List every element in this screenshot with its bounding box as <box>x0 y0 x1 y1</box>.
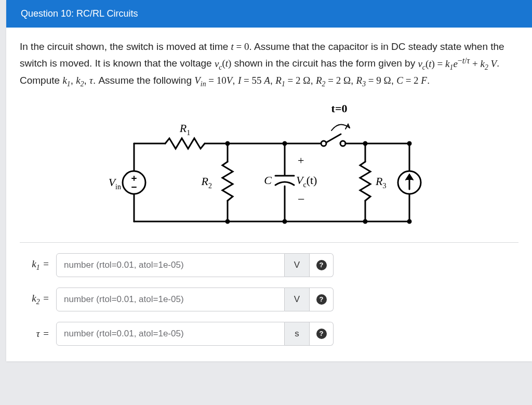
svg-point-25 <box>408 142 411 145</box>
question-header: Question 10: RC/RL Circuits <box>6 0 532 28</box>
svg-text:C: C <box>264 174 272 187</box>
svg-text:t=0: t=0 <box>331 102 348 115</box>
unit-label: V <box>285 288 310 311</box>
help-button[interactable]: ? <box>310 253 334 277</box>
help-icon: ? <box>316 329 327 339</box>
k1-input[interactable] <box>56 253 285 277</box>
help-icon: ? <box>316 260 327 270</box>
answer-row-tau: τ = s ? <box>20 322 518 346</box>
answer-row-k2: k2 = V ? <box>20 288 518 311</box>
circuit-diagram: Vin R1 R2 C + − Vc(t) R3 I t=0 <box>92 102 518 237</box>
answer-label: k2 = <box>20 293 49 306</box>
svg-point-22 <box>283 220 286 223</box>
svg-text:Vin: Vin <box>109 176 121 191</box>
svg-text:Vc(t): Vc(t) <box>296 174 317 189</box>
svg-point-28 <box>123 171 145 194</box>
svg-text:R1: R1 <box>179 122 190 137</box>
svg-point-21 <box>226 220 229 223</box>
unit-label: s <box>285 322 310 346</box>
help-icon: ? <box>316 294 327 305</box>
svg-point-24 <box>364 142 367 145</box>
answer-label: k1 = <box>20 258 49 272</box>
svg-text:−: − <box>298 192 305 206</box>
help-button[interactable]: ? <box>310 288 334 311</box>
k2-input[interactable] <box>56 288 285 311</box>
svg-line-7 <box>326 134 341 142</box>
answer-label: τ = <box>20 328 49 339</box>
question-panel: Question 10: RC/RL Circuits In the circu… <box>6 0 532 361</box>
svg-text:I: I <box>424 176 425 189</box>
svg-text:+: + <box>298 154 304 167</box>
help-button[interactable]: ? <box>310 322 334 346</box>
svg-point-26 <box>408 220 411 223</box>
answer-row-k1: k1 = V ? <box>20 253 518 277</box>
divider <box>20 242 518 243</box>
svg-text:R2: R2 <box>201 175 212 190</box>
question-title: Question 10: RC/RL Circuits <box>21 8 138 19</box>
tau-input[interactable] <box>56 322 285 346</box>
question-text: In the circuit shown, the switch is move… <box>20 39 518 89</box>
unit-label: V <box>285 253 310 277</box>
svg-point-6 <box>321 141 326 146</box>
svg-point-23 <box>364 220 367 223</box>
answers-section: k1 = V ? k2 = <box>20 253 518 346</box>
svg-text:R3: R3 <box>375 175 386 190</box>
